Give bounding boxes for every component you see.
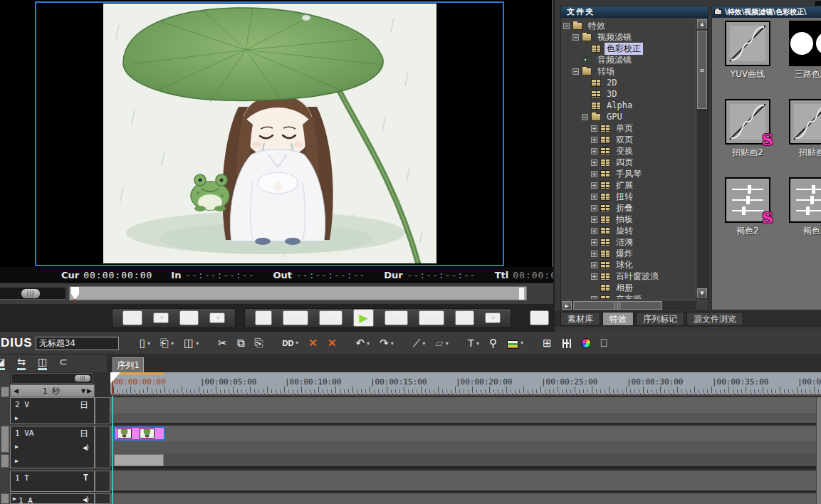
tree-item[interactable]: 3D [561, 88, 696, 100]
tab-sequence-marks[interactable]: 序列标记 [636, 312, 684, 326]
dropdown-caret-icon[interactable]: ▾ [476, 338, 479, 350]
new-project-button[interactable]: ▯ ▾ [140, 337, 150, 350]
effect-thumbnail[interactable]: S [789, 99, 821, 145]
player-playhead[interactable] [71, 287, 79, 300]
effect-item[interactable]: S 褐色 [780, 177, 821, 237]
effect-thumbnail[interactable]: S [725, 99, 770, 145]
tree-item[interactable]: 双页 [561, 134, 696, 145]
track-1a-lane[interactable] [110, 493, 821, 504]
razor-button[interactable]: ⟋ ▾ [413, 337, 426, 350]
tree-expander-icon[interactable] [591, 194, 597, 200]
speaker-icon[interactable]: ◀⟩ [83, 443, 88, 451]
mode-overwrite-icon[interactable]: ◫ [38, 357, 47, 370]
track-select-block[interactable] [1, 387, 9, 397]
effect-thumbnail[interactable]: S [725, 177, 770, 223]
track-1t-lane[interactable] [110, 471, 821, 492]
tree-expander-icon[interactable] [591, 171, 597, 177]
zoom-caret-icon[interactable]: ▼ [81, 388, 87, 394]
tree-item[interactable]: 单页 [561, 122, 696, 134]
timeline-horizontal-scrollbar[interactable]: ||| [11, 373, 93, 384]
track-select-block[interactable] [1, 454, 9, 468]
timeline-scroll-thumb[interactable]: ||| [75, 375, 90, 382]
multicam-button[interactable]: ⊞ ▾ [543, 337, 552, 350]
tree-item[interactable]: 四页 [561, 157, 696, 168]
track-2v-lane[interactable] [110, 397, 821, 424]
video-track-icon[interactable]: 日 [80, 428, 88, 440]
audio-mixer-button[interactable]: ▾ [562, 339, 571, 348]
tree-item[interactable]: 拍板 [561, 214, 696, 225]
scroll-down-icon[interactable]: ▼ [697, 288, 707, 298]
tree-item[interactable]: 2D [561, 77, 696, 88]
track-header-1va[interactable]: 1 VA 日 ▶ ◀⟩ ▶ [10, 426, 95, 468]
loop-icon[interactable]: ◻ [455, 310, 474, 325]
prev-frame-icon[interactable]: ◀▮ [319, 310, 342, 325]
save-button[interactable]: ◫ ▾ [184, 337, 199, 350]
tree-expander-icon[interactable] [591, 148, 597, 154]
project-name-field[interactable]: 无标题34 [36, 337, 119, 350]
scroll-right-icon[interactable]: ▶ [562, 301, 572, 310]
play-icon[interactable]: ▶ [353, 309, 373, 327]
tree-expander-icon[interactable] [591, 239, 597, 246]
speaker-icon[interactable]: ◀⟩ [83, 495, 88, 503]
tree-expander-icon[interactable] [572, 68, 579, 75]
tree-item[interactable]: 折叠 [561, 202, 696, 214]
timeline-zoom-control[interactable]: ◀ 1 秒 ▼ ▶ [10, 384, 95, 397]
video-track-icon[interactable]: 日 [80, 399, 88, 411]
audio-clip-region[interactable] [114, 454, 164, 466]
track-1va-lane[interactable] [110, 426, 821, 468]
expand-icon[interactable]: ▶ [15, 415, 19, 421]
dropdown-caret-icon[interactable]: ▾ [296, 337, 298, 349]
tree-item[interactable]: 旋转 [561, 225, 696, 236]
tree-vertical-scrollbar[interactable]: ▲ ≡ ▼ [696, 19, 708, 299]
stop-icon[interactable]: ■ [255, 310, 272, 325]
tab-source-browser[interactable]: 源文件浏览 [686, 312, 743, 326]
tree-item[interactable]: GPU [561, 111, 696, 122]
mode-swap-icon[interactable]: ⇆ [17, 357, 26, 370]
tree-expander-icon[interactable] [591, 159, 597, 166]
effect-thumbnail[interactable]: S [725, 21, 770, 66]
tree-item[interactable]: 百叶窗波浪 [561, 271, 696, 282]
tree-horizontal-scrollbar[interactable]: ◀ ||| ▶ [561, 300, 696, 310]
playhead-line-tracks[interactable] [112, 396, 113, 504]
zoom-right-icon[interactable]: ▶ [87, 387, 94, 394]
tree-item[interactable]: 特效 [561, 20, 696, 31]
tree-item[interactable]: 相册 [561, 282, 696, 293]
tree-expander-icon[interactable] [591, 273, 597, 280]
tree-item[interactable]: 视频滤镜 [561, 31, 696, 43]
transition-button[interactable]: ▱ ▾ [435, 337, 449, 350]
tab-effects[interactable]: 特效 [602, 312, 634, 326]
undo-button[interactable]: ↶ ▾ [356, 337, 370, 350]
timeline-ruler[interactable]: 00:00:00:00|00:00:05:00|00:00:10:00|00:0… [110, 372, 821, 396]
zoom-left-icon[interactable]: ◀ [11, 387, 21, 394]
ripple-delete-button[interactable]: ✕ ▾ [328, 337, 337, 350]
effect-thumbnail[interactable]: S [789, 21, 821, 66]
scroll-up-icon[interactable]: ▲ [697, 19, 707, 28]
goto-in-icon[interactable]: ⇤ [530, 310, 549, 325]
player-position-bar[interactable] [69, 286, 527, 301]
set-out-point-icon[interactable]: ⚑ [179, 310, 199, 325]
tree-item[interactable]: 涟漪 [561, 236, 696, 248]
track-header-1t[interactable]: 1 T T [10, 471, 95, 492]
tree-expander-icon[interactable] [591, 216, 597, 223]
effect-item[interactable]: S 三路色彩 [780, 21, 821, 80]
tree-expander-icon[interactable] [591, 137, 597, 143]
voiceover-mic-button[interactable]: ⚲ ▾ [489, 337, 497, 350]
paste-button[interactable]: ⎘ ▾ [254, 337, 263, 350]
loop-dropdown-icon[interactable]: ▾ [485, 313, 501, 323]
tree-expander-icon[interactable] [591, 182, 597, 189]
tree-expander-icon[interactable] [591, 296, 597, 300]
effect-item[interactable]: S 褐色2 [716, 177, 780, 237]
tree-item[interactable]: 变换 [561, 145, 696, 157]
tree-item[interactable]: 球化 [561, 259, 696, 271]
shuttle-slider[interactable]: ||| [0, 288, 66, 300]
dropdown-caret-icon[interactable]: ▾ [367, 338, 370, 350]
tree-expander-icon[interactable] [591, 228, 597, 234]
dropdown-caret-icon[interactable]: ▾ [521, 337, 523, 349]
tree-item[interactable]: 音频滤镜 [561, 54, 696, 65]
tree-expander-icon[interactable] [591, 205, 597, 211]
tree-item[interactable]: 手风琴 [561, 168, 696, 179]
dropdown-caret-icon[interactable]: ▾ [446, 338, 449, 350]
effect-item[interactable]: S 招贴画 [780, 99, 821, 159]
set-in-point-icon[interactable]: ⚑ [122, 310, 142, 325]
tree-item[interactable]: 立方管 [561, 293, 696, 299]
